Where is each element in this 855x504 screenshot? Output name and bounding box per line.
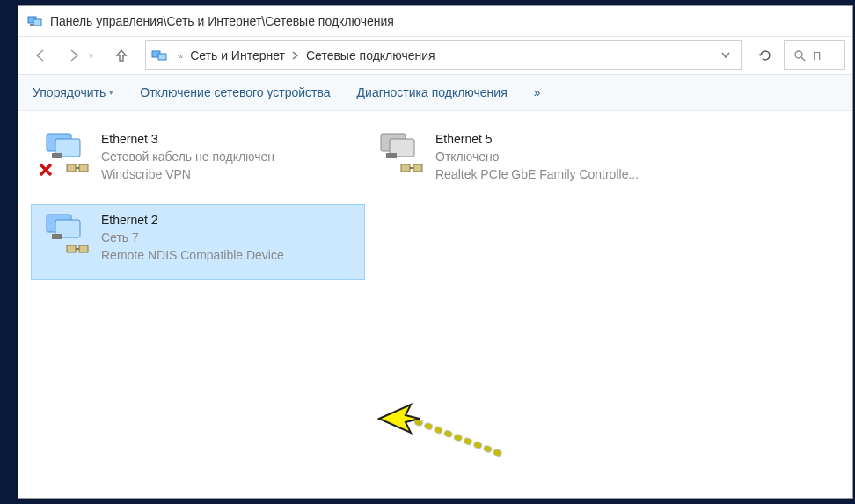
refresh-button[interactable] xyxy=(750,40,780,70)
search-icon xyxy=(793,49,806,62)
connections-list: Ethernet 3 Сетевой кабель не подключен W… xyxy=(18,111,852,498)
breadcrumb-separator-icon xyxy=(292,51,299,60)
diagnose-label: Диагностика подключения xyxy=(357,85,508,99)
command-bar: Упорядочить ▾ Отключение сетевого устрой… xyxy=(18,75,852,111)
disconnected-overlay-icon xyxy=(38,162,54,178)
connection-item-selected[interactable]: Ethernet 2 Сеть 7 Remote NDIS Compatible… xyxy=(31,204,365,280)
network-adapter-icon xyxy=(40,211,91,260)
svg-line-27 xyxy=(418,422,501,454)
svg-line-6 xyxy=(801,57,805,61)
nav-up-button[interactable] xyxy=(106,40,136,70)
connection-name: Ethernet 3 xyxy=(101,132,274,146)
window-title: Панель управления\Сеть и Интернет\Сетевы… xyxy=(50,14,394,28)
svg-rect-17 xyxy=(413,164,422,172)
svg-rect-4 xyxy=(158,54,166,60)
svg-line-26 xyxy=(418,422,501,454)
network-adapter-icon xyxy=(374,130,425,179)
svg-rect-21 xyxy=(52,234,62,239)
diagnose-button[interactable]: Диагностика подключения xyxy=(355,82,509,103)
search-placeholder: П xyxy=(813,49,821,62)
connection-name: Ethernet 5 xyxy=(435,132,639,146)
connection-status: Сеть 7 xyxy=(101,230,284,245)
connection-device: Windscribe VPN xyxy=(101,167,274,181)
svg-rect-9 xyxy=(52,153,62,158)
svg-rect-23 xyxy=(79,245,88,252)
connection-status: Сетевой кабель не подключен xyxy=(101,150,274,164)
svg-rect-1 xyxy=(33,19,41,26)
breadcrumb-network-connections[interactable]: Сетевые подключения xyxy=(304,48,437,62)
organize-label: Упорядочить xyxy=(33,85,106,99)
address-bar[interactable]: « Сеть и Интернет Сетевые подключения xyxy=(145,40,742,70)
nav-toolbar: ⅴ « Сеть и Интернет Сетевые подключения xyxy=(18,36,852,75)
svg-marker-25 xyxy=(379,405,420,433)
control-panel-icon xyxy=(27,13,43,29)
more-commands-button[interactable]: » xyxy=(532,82,543,103)
connection-device: Remote NDIS Compatible Device xyxy=(101,248,284,262)
breadcrumb-chevron[interactable]: « xyxy=(178,50,183,61)
chevron-down-icon: ▾ xyxy=(109,88,113,97)
annotation-cursor-icon xyxy=(377,403,509,464)
breadcrumb-network-internet[interactable]: Сеть и Интернет xyxy=(188,48,287,62)
network-adapter-icon xyxy=(40,130,91,179)
svg-rect-15 xyxy=(386,153,397,158)
svg-rect-16 xyxy=(401,164,410,172)
nav-forward-button[interactable] xyxy=(59,40,89,70)
connection-item[interactable]: Ethernet 5 Отключено Realtek PCIe GbE Fa… xyxy=(365,123,699,199)
connection-status: Отключено xyxy=(435,150,639,164)
network-connections-window: Панель управления\Сеть и Интернет\Сетевы… xyxy=(18,5,853,499)
more-label: » xyxy=(534,85,541,99)
network-folder-icon xyxy=(151,47,169,64)
svg-rect-10 xyxy=(67,164,76,172)
cable-icon xyxy=(400,162,423,174)
titlebar: Панель управления\Сеть и Интернет\Сетевы… xyxy=(18,6,852,36)
disable-device-button[interactable]: Отключение сетевого устройства xyxy=(138,82,332,103)
svg-rect-11 xyxy=(79,164,88,172)
connection-item[interactable]: Ethernet 3 Сетевой кабель не подключен W… xyxy=(31,123,365,199)
cable-icon xyxy=(66,243,89,255)
svg-point-5 xyxy=(795,51,802,58)
nav-history-dropdown[interactable]: ⅴ xyxy=(89,51,103,60)
disable-label: Отключение сетевого устройства xyxy=(140,85,330,99)
organize-button[interactable]: Упорядочить ▾ xyxy=(31,82,115,103)
svg-rect-2 xyxy=(30,24,34,26)
nav-back-button[interactable] xyxy=(26,40,55,70)
search-input[interactable]: П xyxy=(784,40,845,70)
address-dropdown-icon[interactable] xyxy=(721,52,730,59)
connection-device: Realtek PCIe GbE Family Controlle... xyxy=(435,167,639,181)
connection-name: Ethernet 2 xyxy=(101,213,284,227)
cable-icon xyxy=(66,162,89,174)
svg-rect-22 xyxy=(67,245,76,252)
